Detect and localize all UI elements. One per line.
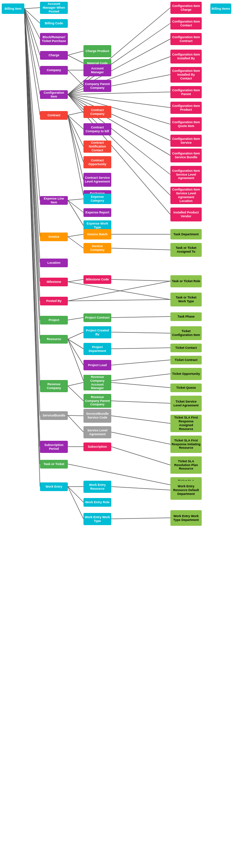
svg-line-73 [68,94,170,108]
node-contract_company: Contract Company [83,106,111,118]
node-ci_service_bundle: Configuration Item Service Bundle [170,149,202,162]
svg-line-27 [68,115,83,180]
svg-line-38 [68,339,83,365]
node-milestone_code: Milestone Code [83,275,111,284]
node-work_entry_resource: Work Entry Resource [83,481,111,493]
node-invoice_company: Invoice Company [83,243,111,253]
node-ticket_sla_first_response_assigned: Ticket SLA First Response Assigned Resou… [170,415,202,432]
svg-line-50 [111,279,170,281]
svg-line-29 [68,199,83,200]
svg-line-47 [68,487,83,519]
node-milestone: Milestone [40,278,68,286]
node-resource: Resource [40,335,68,344]
node-expense_line_item: Expense Line Item [40,196,68,205]
node-project_contract: Project Contract [83,313,111,322]
node-project_department: Project Department [83,343,111,355]
svg-line-53 [68,300,170,301]
diagram-container: Billing ItemBilling ItemsAccount Manager… [0,0,233,868]
svg-line-20 [68,55,83,63]
svg-line-60 [111,401,170,403]
node-service_bundle_code: Service/Bundle Service Code [83,409,111,423]
svg-line-12 [24,9,40,320]
node-ticket_opportunity: Ticket Opportunity [170,368,202,380]
svg-line-33 [68,237,83,248]
node-service_bundle: Service/Bundle [40,411,68,420]
svg-line-59 [111,382,170,388]
node-ci_quote_item: Configuration Item Quote Item [170,117,202,131]
node-task_ticket_role: Task or Ticket Role [170,275,202,287]
node-contract_sla: Contract Service Level Agreement [83,173,111,187]
svg-line-9 [24,9,40,263]
svg-line-14 [24,9,40,386]
node-task_or_ticket: Task or Ticket [40,460,68,469]
node-ticket_config_item: Ticket Configuration Item [170,326,202,340]
node-ticket_sla_resolution_plan: Ticket SLA Resolution Plan Resource [170,456,202,474]
node-ci_sla: Configuration Item Service Level Agreeme… [170,166,202,183]
node-revenue_company: Revenue Company [40,380,68,392]
node-expense_category: Expense Category [83,194,111,204]
svg-line-6 [24,9,40,115]
node-ticket_contact: Ticket Contact [170,344,202,352]
node-ci_charge: Configuration Item Charge [170,2,202,14]
node-task_dept: Task Department [170,229,202,239]
node-configuration_item: Configuration Item [40,90,68,99]
node-expense_report: Expense Report [83,208,111,217]
node-ci_service: Configuration Item Service [170,135,202,147]
node-ticket_queue: Ticket Queue [170,384,202,392]
node-ci_sla_location: Configuration Item Service Level Agreeme… [170,187,202,204]
node-ci_installed_by_contact: Configuration Item Installed By Contact [170,67,202,83]
svg-line-39 [68,339,83,381]
svg-line-0 [24,8,40,9]
svg-line-8 [24,9,40,237]
svg-line-46 [68,487,83,502]
node-company: Company [40,66,68,75]
svg-line-34 [68,279,83,282]
node-billing_code: Billing Code [40,19,68,28]
svg-line-43 [68,415,83,432]
node-subscription: Subscription [83,443,111,451]
node-subscription_period: Subscription Period [40,441,68,453]
node-ticket_contract: Ticket Contract [170,356,202,364]
node-project_lead: Project Lead [83,360,111,370]
svg-line-56 [111,348,170,349]
node-billing_items_right: Billing Items [210,3,231,14]
node-contract_opportunity: Contract Opportunity [83,156,111,168]
node-ci_parent: Configuration Item Parent [170,86,202,98]
svg-line-54 [111,317,170,318]
svg-line-1 [24,9,40,23]
svg-line-24 [68,115,83,129]
node-billing_item: Billing Item [2,3,24,14]
svg-line-19 [68,51,83,55]
node-contract_company_to_bill: Contract Company to bill [83,123,111,135]
svg-line-30 [68,200,83,212]
node-charge: Charge [40,51,68,60]
svg-line-23 [68,112,83,115]
node-work_entry_work_type_dept: Work Entry Work Type Department [170,510,202,526]
node-invoice_batch: Invoice Batch [83,229,111,239]
node-ci_product: Configuration Item Product [170,102,202,114]
svg-line-49 [111,248,170,250]
svg-line-58 [111,374,170,381]
svg-line-41 [68,386,83,401]
node-work_entry_role: Work Entry Role [83,498,111,507]
svg-line-15 [24,9,40,415]
svg-line-3 [24,9,40,55]
svg-line-16 [24,9,40,447]
svg-line-11 [24,9,40,301]
svg-line-5 [24,9,40,94]
node-block_retainer: Block/Retainer/ Ticket Purchase [40,33,68,45]
node-company_parent: Company Parent Company [83,80,111,92]
node-service_level_agreement: Service Level Agreement [83,426,111,438]
svg-line-72 [68,92,170,94]
node-task_ticket_assigned: Task or Ticket Assigned To [170,243,202,257]
node-work_entry_resource_default_dept: Work Entry Resource Default Department [170,481,202,500]
svg-line-51 [68,282,170,300]
svg-line-42 [68,415,83,416]
node-invoice: Invoice [40,233,68,241]
node-contract: Contract [40,111,68,120]
node-ci_contract: Configuration Item Contract [170,33,202,45]
node-rev_co_acct_mgr: Revenue Company Account Manager [83,375,111,390]
svg-line-57 [111,360,170,365]
node-task_phase: Task Phase [170,312,202,321]
svg-line-28 [68,115,83,195]
